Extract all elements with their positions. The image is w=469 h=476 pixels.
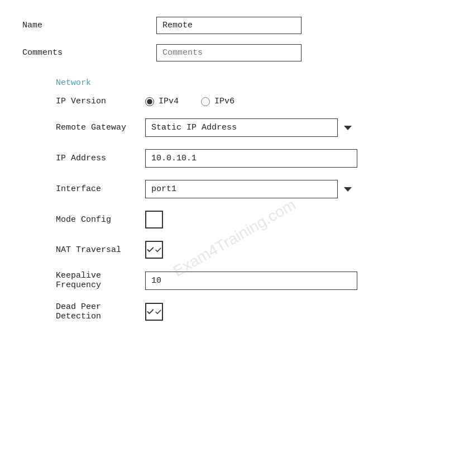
keepalive-input[interactable] bbox=[145, 272, 357, 290]
name-label: Name bbox=[22, 21, 156, 30]
network-section: Network IP Version IPv4 IPv6 Remote Gate… bbox=[22, 78, 447, 321]
name-field-wrapper bbox=[156, 17, 447, 34]
mode-config-control bbox=[145, 211, 447, 229]
keepalive-label: Keepalive Frequency bbox=[22, 271, 145, 290]
comments-input[interactable] bbox=[156, 44, 302, 61]
mode-config-checkbox[interactable] bbox=[145, 211, 163, 229]
keepalive-control bbox=[145, 272, 447, 290]
dead-peer-control bbox=[145, 303, 447, 321]
ipv6-label: IPv6 bbox=[214, 97, 234, 106]
nat-traversal-checkbox[interactable] bbox=[145, 241, 163, 259]
interface-select-wrapper: port1 port2 port3 bbox=[145, 180, 357, 198]
network-section-label: Network bbox=[56, 78, 447, 88]
interface-select[interactable]: port1 port2 port3 bbox=[145, 180, 357, 198]
keepalive-row: Keepalive Frequency bbox=[22, 271, 447, 290]
remote-gateway-select-wrapper: Static IP Address Dynamic DNS Dialup bbox=[145, 118, 357, 137]
comments-label: Comments bbox=[22, 48, 156, 58]
comments-row: Comments bbox=[22, 44, 447, 61]
ip-version-control: IPv4 IPv6 bbox=[145, 97, 447, 106]
interface-control: port1 port2 port3 bbox=[145, 180, 447, 198]
mode-config-label: Mode Config bbox=[22, 215, 145, 225]
ipv6-radio[interactable] bbox=[201, 97, 210, 106]
remote-gateway-control: Static IP Address Dynamic DNS Dialup bbox=[145, 118, 447, 137]
dead-peer-checkbox[interactable] bbox=[145, 303, 163, 321]
nat-traversal-control bbox=[145, 241, 447, 259]
ipv4-radio[interactable] bbox=[145, 97, 154, 106]
remote-gateway-select[interactable]: Static IP Address Dynamic DNS Dialup bbox=[145, 118, 357, 137]
checkmark-icon bbox=[146, 306, 155, 318]
ip-version-label: IP Version bbox=[22, 97, 145, 106]
name-row: Name bbox=[22, 17, 447, 34]
form-container: Name Comments Network IP Version IPv4 IP… bbox=[22, 17, 447, 321]
remote-gateway-label: Remote Gateway bbox=[22, 123, 145, 132]
ip-address-input[interactable] bbox=[145, 149, 357, 168]
checkmark-icon bbox=[146, 244, 155, 256]
ipv6-option[interactable]: IPv6 bbox=[201, 97, 234, 106]
ip-address-control bbox=[145, 149, 447, 168]
nat-traversal-row: NAT Traversal bbox=[22, 241, 447, 259]
dead-peer-label: Dead Peer Detection bbox=[22, 302, 145, 321]
nat-traversal-label: NAT Traversal bbox=[22, 245, 145, 255]
ip-version-row: IP Version IPv4 IPv6 bbox=[22, 97, 447, 106]
comments-field-wrapper bbox=[156, 44, 447, 61]
ipv4-option[interactable]: IPv4 bbox=[145, 97, 179, 106]
ipv4-label: IPv4 bbox=[159, 97, 179, 106]
dead-peer-row: Dead Peer Detection bbox=[22, 302, 447, 321]
ip-address-row: IP Address bbox=[22, 149, 447, 168]
mode-config-row: Mode Config bbox=[22, 211, 447, 229]
remote-gateway-row: Remote Gateway Static IP Address Dynamic… bbox=[22, 118, 447, 137]
ip-address-label: IP Address bbox=[22, 154, 145, 163]
name-input[interactable] bbox=[156, 17, 302, 34]
interface-row: Interface port1 port2 port3 bbox=[22, 180, 447, 198]
interface-label: Interface bbox=[22, 184, 145, 194]
